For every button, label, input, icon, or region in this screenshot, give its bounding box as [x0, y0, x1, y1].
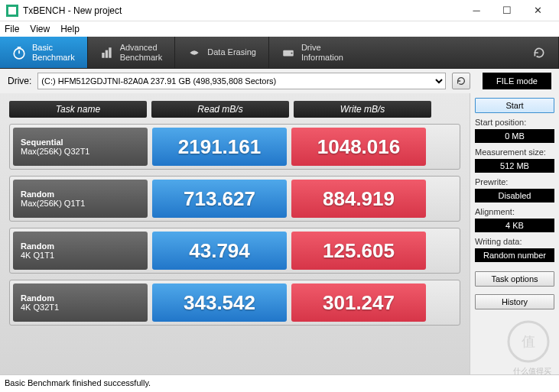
- drive-select[interactable]: (C:) HFM512GDJTNI-82A0A 237.91 GB (498,9…: [37, 73, 446, 89]
- svg-point-9: [291, 52, 292, 53]
- tab-label: Basic: [32, 43, 53, 52]
- prewrite-label: Prewrite:: [475, 177, 554, 186]
- file-mode-indicator: FILE mode: [483, 73, 551, 89]
- svg-rect-1: [8, 7, 16, 15]
- results-panel: Task name Read mB/s Write mB/s Sequentia…: [0, 93, 470, 374]
- tab-strip: BasicBenchmark AdvancedBenchmark Data Er…: [0, 37, 559, 69]
- write-cell: 884.919: [291, 180, 426, 218]
- write-cell: 301.247: [291, 283, 426, 322]
- measurement-size-label: Measurement size:: [475, 147, 554, 157]
- table-row: Random4K Q1T1 43.794 125.605: [9, 228, 460, 274]
- bars-icon: [100, 46, 114, 60]
- write-cell: 1048.016: [291, 128, 426, 166]
- read-cell: 43.794: [152, 232, 287, 270]
- close-button[interactable]: ✕: [522, 0, 553, 21]
- read-cell: 713.627: [152, 180, 287, 218]
- header-write: Write mB/s: [294, 101, 431, 118]
- table-row: RandomMax(256K) Q1T1 713.627 884.919: [9, 176, 460, 222]
- start-button[interactable]: Start: [475, 98, 554, 113]
- maximize-button[interactable]: ☐: [492, 0, 522, 21]
- menu-view[interactable]: View: [30, 24, 50, 34]
- app-icon: [6, 5, 18, 17]
- svg-rect-6: [105, 50, 107, 57]
- table-row: SequentialMax(256K) Q32T1 2191.161 1048.…: [9, 124, 460, 170]
- refresh-icon[interactable]: [532, 46, 546, 60]
- drive-label: Drive:: [8, 76, 31, 86]
- read-cell: 2191.161: [152, 128, 287, 166]
- status-bar: Basic Benchmark finished successfully.: [0, 374, 559, 390]
- window-title: TxBENCH - New project: [23, 5, 461, 16]
- svg-rect-4: [18, 47, 21, 48]
- refresh-drive-button[interactable]: [452, 73, 470, 89]
- read-cell: 343.542: [152, 283, 287, 322]
- start-position-label: Start position:: [475, 118, 554, 127]
- drive-icon: [281, 46, 295, 60]
- minimize-button[interactable]: ─: [461, 0, 492, 21]
- menu-help[interactable]: Help: [60, 24, 80, 34]
- sidebar-panel: Start Start position: 0 MB Measurement s…: [470, 93, 559, 374]
- title-bar: TxBENCH - New project ─ ☐ ✕: [0, 0, 559, 21]
- measurement-size-value[interactable]: 512 MB: [475, 159, 554, 173]
- task-options-button[interactable]: Task options: [475, 271, 554, 287]
- header-task: Task name: [9, 101, 147, 118]
- svg-rect-7: [109, 47, 111, 58]
- menu-bar: File View Help: [0, 21, 559, 37]
- tab-basic-benchmark[interactable]: BasicBenchmark: [0, 37, 88, 68]
- svg-rect-5: [102, 53, 104, 58]
- drive-bar: Drive: (C:) HFM512GDJTNI-82A0A 237.91 GB…: [0, 69, 559, 93]
- task-cell: Random4K Q32T1: [13, 283, 148, 322]
- header-read: Read mB/s: [151, 101, 289, 118]
- start-position-value[interactable]: 0 MB: [475, 129, 554, 143]
- writing-data-value[interactable]: Random number: [475, 248, 554, 262]
- tab-data-erasing[interactable]: Data Erasing: [175, 37, 269, 68]
- task-cell: Random4K Q1T1: [13, 232, 148, 270]
- write-cell: 125.605: [291, 232, 426, 270]
- writing-data-label: Writing data:: [475, 237, 554, 246]
- erase-icon: [187, 46, 201, 60]
- history-button[interactable]: History: [475, 294, 554, 309]
- task-cell: SequentialMax(256K) Q32T1: [13, 128, 148, 166]
- tab-drive-information[interactable]: DriveInformation: [269, 37, 559, 68]
- table-row: Random4K Q32T1 343.542 301.247: [9, 280, 460, 326]
- alignment-value[interactable]: 4 KB: [475, 219, 554, 232]
- tab-advanced-benchmark[interactable]: AdvancedBenchmark: [88, 37, 176, 68]
- task-cell: RandomMax(256K) Q1T1: [13, 180, 148, 218]
- status-text: Basic Benchmark finished successfully.: [5, 378, 151, 387]
- prewrite-value[interactable]: Disabled: [475, 189, 554, 202]
- alignment-label: Alignment:: [475, 207, 554, 216]
- stopwatch-icon: [12, 46, 26, 60]
- menu-file[interactable]: File: [5, 24, 19, 34]
